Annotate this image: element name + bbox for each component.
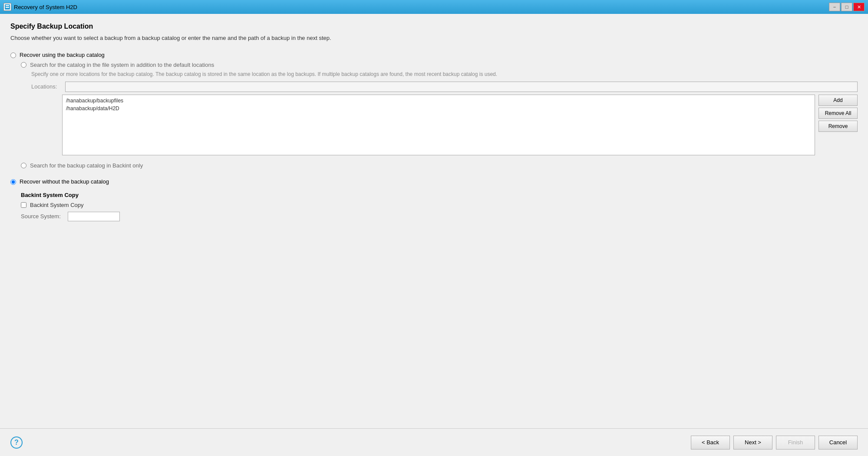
window-controls: − □ ✕ bbox=[829, 3, 865, 11]
radio-filesystem[interactable] bbox=[21, 62, 26, 68]
svg-rect-1 bbox=[6, 5, 9, 6]
radio-filesystem-label[interactable]: Search for the catalog in the file syste… bbox=[30, 62, 214, 68]
radio-item-no-catalog: Recover without the backup catalog bbox=[10, 178, 858, 185]
close-button[interactable]: ✕ bbox=[853, 3, 865, 11]
restore-button[interactable]: □ bbox=[841, 3, 852, 11]
list-item[interactable]: /hanabackup/backupfiles bbox=[64, 97, 813, 105]
title-bar-left: Recovery of System H2D bbox=[3, 3, 77, 11]
bottom-right: < Back Next > Finish Cancel bbox=[691, 436, 858, 449]
sub-radio-backint: Search for the backup catalog in Backint… bbox=[21, 162, 858, 169]
locations-list-wrapper: /hanabackup/backupfiles /hanabackup/data… bbox=[62, 95, 858, 155]
next-button[interactable]: Next > bbox=[733, 436, 772, 449]
main-content: Specify Backup Location Choose whether y… bbox=[0, 14, 868, 428]
hint-text: Specify one or more locations for the ba… bbox=[31, 71, 858, 78]
svg-rect-2 bbox=[6, 7, 9, 8]
radio-catalog[interactable] bbox=[10, 52, 16, 58]
sub-options-catalog: Search for the catalog in the file syste… bbox=[21, 62, 858, 171]
radio-no-catalog[interactable] bbox=[10, 179, 16, 185]
locations-list: /hanabackup/backupfiles /hanabackup/data… bbox=[62, 95, 815, 155]
window-title: Recovery of System H2D bbox=[14, 4, 77, 10]
radio-group: Recover using the backup catalog Search … bbox=[10, 52, 858, 221]
backint-section-title: Backint System Copy bbox=[21, 192, 858, 198]
radio-no-catalog-label[interactable]: Recover without the backup catalog bbox=[20, 178, 109, 185]
radio-backint-label[interactable]: Search for the backup catalog in Backint… bbox=[30, 162, 143, 169]
app-icon bbox=[3, 3, 11, 11]
checkbox-row-backint: Backint System Copy bbox=[21, 202, 858, 208]
finish-button[interactable]: Finish bbox=[776, 436, 815, 449]
minimize-button[interactable]: − bbox=[829, 3, 840, 11]
add-button[interactable]: Add bbox=[818, 95, 858, 106]
list-buttons: Add Remove All Remove bbox=[818, 95, 858, 155]
back-button[interactable]: < Back bbox=[691, 436, 730, 449]
backint-checkbox[interactable] bbox=[21, 202, 26, 208]
sub-radio-filesystem: Search for the catalog in the file syste… bbox=[21, 62, 858, 68]
page-title: Specify Backup Location bbox=[10, 23, 858, 30]
locations-row: Locations: bbox=[31, 82, 858, 92]
page-description: Choose whether you want to select a back… bbox=[10, 35, 858, 41]
cancel-button[interactable]: Cancel bbox=[818, 436, 858, 449]
list-item[interactable]: /hanabackup/data/H2D bbox=[64, 105, 813, 112]
remove-button[interactable]: Remove bbox=[818, 121, 858, 132]
radio-catalog-label[interactable]: Recover using the backup catalog bbox=[20, 52, 105, 58]
bottom-bar: ? < Back Next > Finish Cancel bbox=[0, 428, 868, 456]
backint-checkbox-label[interactable]: Backint System Copy bbox=[30, 202, 84, 208]
remove-all-button[interactable]: Remove All bbox=[818, 108, 858, 119]
locations-label: Locations: bbox=[31, 82, 62, 90]
bottom-left: ? bbox=[10, 436, 23, 449]
backint-section: Backint System Copy Backint System Copy … bbox=[21, 192, 858, 221]
radio-item-catalog: Recover using the backup catalog bbox=[10, 52, 858, 58]
source-system-label: Source System: bbox=[21, 213, 64, 220]
radio-backint[interactable] bbox=[21, 163, 26, 168]
locations-input[interactable] bbox=[65, 82, 858, 92]
title-bar: Recovery of System H2D − □ ✕ bbox=[0, 0, 868, 14]
source-system-input[interactable] bbox=[68, 212, 120, 221]
source-system-row: Source System: bbox=[21, 212, 858, 221]
help-button[interactable]: ? bbox=[10, 436, 23, 449]
